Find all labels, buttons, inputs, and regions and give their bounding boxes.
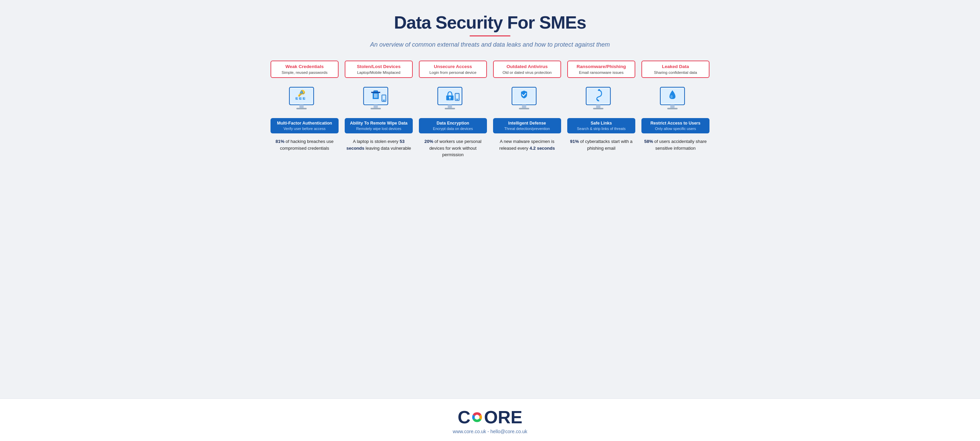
stat-text-outdated-antivirus: A new malware specimen is released every… [493,138,561,151]
solution-badge-unsecure-access: Data Encryption Encrypt data on devices [419,118,487,134]
svg-rect-16 [371,108,381,109]
threat-badge-leaked-data: Leaked Data Sharing confidential data [641,60,710,78]
svg-point-44 [598,89,600,91]
solution-badge-leaked-data: Restrict Access to Users Only allow spec… [641,118,710,134]
solution-subtitle-ransomware-phishing: Search & strip links of threats [571,127,632,131]
svg-rect-38 [522,105,526,108]
solution-subtitle-outdated-antivirus: Threat detection/prevention [496,127,558,131]
solution-title-weak-credentials: Multi-Factor Authentication [274,121,335,126]
header-subtitle: An overview of common external threats a… [14,41,966,48]
threat-subtitle-weak-credentials: Simple, reused passwords [275,70,334,75]
threat-badge-stolen-devices: Stolen/Lost Devices Laptop/Mobile Mispla… [345,60,413,78]
logo-container: C ORE [7,408,973,426]
logo-c: C [458,408,471,426]
card-unsecure-access: Unsecure Access Login from personal devi… [419,60,487,158]
threat-subtitle-ransomware-phishing: Email ransomware issues [572,70,630,75]
solution-title-leaked-data: Restrict Access to Users [645,121,706,126]
solution-subtitle-stolen-devices: Remotely wipe lost devices [348,127,409,131]
svg-point-50 [475,415,479,420]
solution-badge-stolen-devices: Ability To Remote Wipe Data Remotely wip… [345,118,413,134]
footer-contact: www.core.co.uk - hello@core.co.uk [7,429,973,434]
icon-area-stolen-devices [360,84,398,115]
svg-point-49 [670,95,673,98]
svg-rect-29 [445,108,455,109]
svg-rect-48 [667,108,678,109]
threat-title-ransomware-phishing: Ransomware/Phishing [572,64,630,69]
card-weak-credentials: Weak Credentials Simple, reused password… [270,60,339,158]
stat-text-unsecure-access: 20% of workers use personal devices for … [419,138,487,158]
stat-text-leaked-data: 58% of users accidentally share sensitiv… [641,138,710,151]
svg-point-35 [457,99,458,100]
logo-wheel [471,411,483,423]
threat-badge-unsecure-access: Unsecure Access Login from personal devi… [419,60,487,78]
threat-badge-outdated-antivirus: Outdated Antivirus Old or dated virus pr… [493,60,561,78]
icon-area-outdated-antivirus [508,84,546,115]
stat-text-weak-credentials: 81% of hacking breaches use compromised … [270,138,339,151]
icon-area-leaked-data [657,84,694,115]
svg-rect-39 [519,108,529,109]
stat-text-ransomware-phishing: 91% of cyberattacks start with a phishin… [567,138,635,151]
card-leaked-data: Leaked Data Sharing confidential data [641,60,710,158]
logo-ore: ORE [484,408,522,426]
svg-text:!: ! [301,91,302,94]
header-divider [469,35,511,37]
svg-point-25 [383,100,385,101]
solution-title-unsecure-access: Data Encryption [422,121,484,126]
threat-title-stolen-devices: Stolen/Lost Devices [350,64,408,69]
solution-badge-weak-credentials: Multi-Factor Authentication Verify user … [270,118,339,134]
svg-rect-15 [374,105,378,108]
icon-area-unsecure-access [434,84,472,115]
cards-row: Weak Credentials Simple, reused password… [14,60,966,158]
stat-text-stolen-devices: A laptop is stolen every 53 seconds leav… [345,138,413,151]
threat-badge-ransomware-phishing: Ransomware/Phishing Email ransomware iss… [567,60,635,78]
solution-subtitle-weak-credentials: Verify user before access [274,127,335,131]
svg-rect-42 [596,105,600,108]
card-stolen-devices: Stolen/Lost Devices Laptop/Mobile Mispla… [345,60,413,158]
solution-subtitle-unsecure-access: Encrypt data on devices [422,127,484,131]
svg-rect-47 [670,105,675,108]
main-content: Data Security For SMEs An overview of co… [0,0,980,398]
threat-subtitle-stolen-devices: Laptop/Mobile Misplaced [350,70,408,75]
solution-title-ransomware-phishing: Safe Links [571,121,632,126]
svg-rect-43 [593,108,603,109]
svg-rect-34 [456,94,458,98]
svg-point-31 [449,97,450,98]
solution-subtitle-leaked-data: Only allow specific users [645,127,706,131]
svg-rect-24 [383,96,385,100]
solution-title-outdated-antivirus: Intelligent Defense [496,121,558,126]
solution-badge-ransomware-phishing: Safe Links Search & strip links of threa… [567,118,635,134]
threat-title-outdated-antivirus: Outdated Antivirus [498,64,556,69]
page-title: Data Security For SMEs [14,12,966,33]
solution-title-stolen-devices: Ability To Remote Wipe Data [348,121,409,126]
svg-rect-28 [448,105,452,108]
header: Data Security For SMEs An overview of co… [14,12,966,48]
threat-subtitle-outdated-antivirus: Old or dated virus protection [498,70,556,75]
threat-subtitle-unsecure-access: Login from personal device [424,70,482,75]
card-ransomware-phishing: Ransomware/Phishing Email ransomware iss… [567,60,635,158]
threat-title-unsecure-access: Unsecure Access [424,64,482,69]
threat-title-leaked-data: Leaked Data [646,64,705,69]
footer: C ORE www.core.co.uk - hello@core.co.uk [0,398,980,441]
threat-title-weak-credentials: Weak Credentials [275,64,334,69]
svg-rect-3 [296,108,307,109]
solution-badge-outdated-antivirus: Intelligent Defense Threat detection/pre… [493,118,561,134]
card-outdated-antivirus: Outdated Antivirus Old or dated virus pr… [493,60,561,158]
threat-subtitle-leaked-data: Sharing confidential data [646,70,705,75]
svg-rect-19 [374,91,378,92]
svg-rect-2 [299,105,304,108]
icon-area-ransomware-phishing [582,84,620,115]
icon-area-weak-credentials: 🔑 * * * ! [286,84,323,115]
threat-badge-weak-credentials: Weak Credentials Simple, reused password… [270,60,339,78]
